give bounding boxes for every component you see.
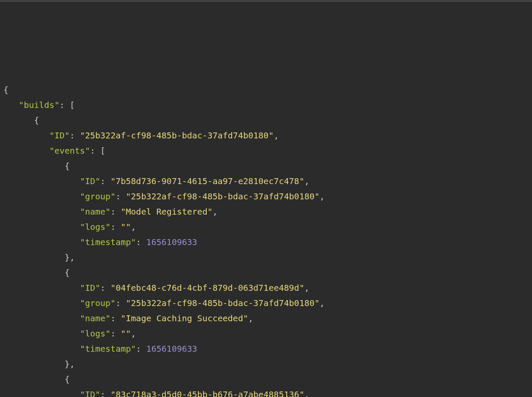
tab-strip xyxy=(0,0,532,2)
json-viewer[interactable]: { "builds": [ { "ID": "25b322af-cf98-485… xyxy=(3,82,532,397)
